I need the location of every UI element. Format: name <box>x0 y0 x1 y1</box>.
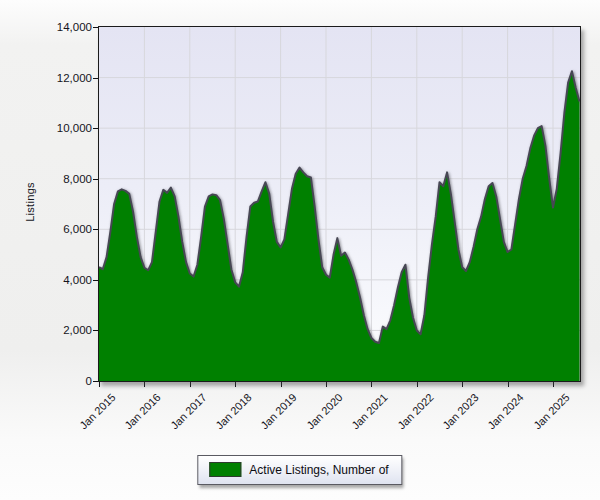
x-tick-label: Jan 2023 <box>440 391 480 431</box>
x-tick-mark <box>144 382 145 387</box>
y-tick-label: 2,000 <box>63 324 92 336</box>
x-tick-mark <box>371 382 372 387</box>
x-tick-mark <box>190 382 191 387</box>
x-tick-mark <box>99 382 100 387</box>
x-tick-label: Jan 2019 <box>259 391 299 431</box>
x-tick-label: Jan 2016 <box>122 391 162 431</box>
x-tick-label: Jan 2017 <box>168 391 208 431</box>
x-tick-label: Jan 2021 <box>349 391 389 431</box>
y-tick-label: 0 <box>86 375 92 387</box>
x-tick-label: Jan 2024 <box>486 391 526 431</box>
x-tick-mark <box>235 382 236 387</box>
y-tick-label: 10,000 <box>57 122 92 134</box>
x-tick-label: Jan 2025 <box>531 391 571 431</box>
chart-canvas: Listings 02,0004,0006,0008,00010,00012,0… <box>0 0 600 500</box>
x-tick-label: Jan 2018 <box>213 391 253 431</box>
legend-swatch-icon <box>209 462 241 477</box>
y-axis-labels: 02,0004,0006,0008,00010,00012,00014,000 <box>0 0 92 500</box>
y-tick-label: 6,000 <box>63 223 92 235</box>
y-tick-label: 14,000 <box>57 21 92 33</box>
y-tick-label: 12,000 <box>57 72 92 84</box>
legend-label: Active Listings, Number of <box>249 463 388 477</box>
legend-box: Active Listings, Number of <box>197 455 402 485</box>
x-tick-mark <box>508 382 509 387</box>
plot-area <box>98 26 581 382</box>
x-tick-mark <box>553 382 554 387</box>
x-tick-mark <box>326 382 327 387</box>
x-tick-mark <box>417 382 418 387</box>
area-series-svg <box>99 27 580 381</box>
x-tick-label: Jan 2022 <box>395 391 435 431</box>
y-tick-label: 4,000 <box>63 274 92 286</box>
y-tick-label: 8,000 <box>63 173 92 185</box>
x-tick-label: Jan 2020 <box>304 391 344 431</box>
x-tick-mark <box>462 382 463 387</box>
x-tick-mark <box>281 382 282 387</box>
